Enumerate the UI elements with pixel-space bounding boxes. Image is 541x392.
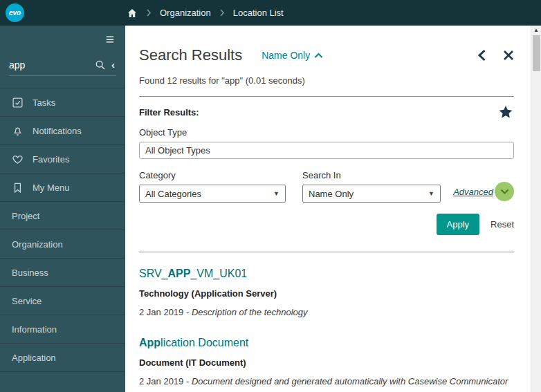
- heart-icon: [12, 153, 24, 165]
- scope-toggle-label: Name Only: [262, 50, 310, 61]
- sidebar-item-my-menu[interactable]: My Menu: [0, 174, 125, 202]
- bookmark-icon: [12, 182, 24, 194]
- search-in-select[interactable]: Name Only ▼: [302, 185, 441, 203]
- sidebar-item-label: Service: [12, 296, 42, 306]
- divider: [139, 96, 514, 97]
- result-title-match: App: [139, 337, 161, 348]
- object-type-label: Object Type: [139, 127, 514, 138]
- back-icon[interactable]: [477, 49, 486, 62]
- category-label: Category: [139, 170, 286, 180]
- sidebar-item-business[interactable]: Business: [0, 259, 125, 287]
- sidebar-collapse-icon[interactable]: ‹: [110, 59, 116, 71]
- bell-icon: [12, 125, 24, 137]
- favorite-star-icon[interactable]: [497, 104, 514, 120]
- sidebar-item-tasks[interactable]: Tasks: [0, 88, 125, 117]
- chevron-down-icon: ▼: [428, 190, 434, 197]
- apply-row: Apply Reset: [139, 214, 514, 235]
- sidebar-item-label: Tasks: [33, 97, 55, 108]
- window-icons: [477, 49, 514, 62]
- tasks-icon: [12, 97, 24, 109]
- object-type-input[interactable]: [139, 142, 514, 159]
- sidebar-item-favorites[interactable]: Favorites: [0, 145, 125, 174]
- result-title-text: _VM_UK01: [190, 268, 247, 279]
- advanced-link[interactable]: Advanced: [453, 187, 493, 197]
- search-in-field: Search In Name Only ▼: [302, 170, 441, 203]
- sidebar-item-label: Favorites: [33, 154, 69, 165]
- search-icon[interactable]: [95, 59, 106, 71]
- breadcrumb-location-list[interactable]: Location List: [233, 8, 284, 18]
- scroll-up-arrow-icon[interactable]: ▲: [531, 26, 541, 35]
- sidebar-search: ‹: [9, 59, 116, 76]
- result-description: Document designed and generated automati…: [192, 376, 508, 386]
- advanced-expand-button[interactable]: [495, 182, 514, 201]
- category-select[interactable]: All Categories ▼: [139, 185, 286, 203]
- result-title-text: SRV_: [139, 268, 168, 279]
- home-icon[interactable]: [127, 8, 138, 19]
- result-description: Description of the technology: [192, 307, 308, 317]
- vertical-scrollbar[interactable]: ▲: [531, 26, 541, 392]
- sidebar-item-label: My Menu: [33, 183, 69, 193]
- search-in-select-value: Name Only: [309, 189, 354, 199]
- close-icon[interactable]: [503, 50, 514, 61]
- advanced-group: Advanced: [453, 182, 514, 201]
- sidebar-item-information[interactable]: Information: [0, 315, 125, 344]
- result-type: Technology (Application Server): [139, 288, 514, 299]
- chevron-up-icon: [314, 53, 323, 59]
- apply-button[interactable]: Apply: [437, 214, 480, 235]
- sidebar-item-label: Project: [12, 211, 39, 221]
- sidebar-item-application[interactable]: Application: [0, 344, 125, 372]
- breadcrumb-organization[interactable]: Organization: [160, 8, 211, 18]
- breadcrumb-separator-icon: [146, 9, 152, 17]
- scrollbar-thumb[interactable]: [533, 35, 540, 71]
- divider: [139, 252, 514, 252]
- sidebar-item-service[interactable]: Service: [0, 287, 125, 315]
- hamburger-menu-icon[interactable]: ≡: [0, 26, 125, 48]
- evo-logo[interactable]: evo: [6, 3, 24, 22]
- search-result-item: Application Document Document (IT Docume…: [139, 337, 514, 386]
- sidebar-item-label: Business: [12, 268, 48, 278]
- reset-button[interactable]: Reset: [490, 219, 514, 230]
- main-content: Search Results Name Only Found 12 result…: [125, 26, 531, 392]
- search-in-label: Search In: [302, 170, 441, 180]
- search-input[interactable]: [9, 59, 91, 71]
- filter-results-heading: Filter Results:: [139, 107, 199, 118]
- filter-row: Category All Categories ▼ Search In Name…: [139, 170, 514, 203]
- chevron-down-icon: [500, 189, 509, 195]
- result-title-text: lication Document: [161, 337, 248, 348]
- page-title: Search Results: [139, 46, 242, 64]
- scope-toggle[interactable]: Name Only: [262, 50, 323, 61]
- results-summary: Found 12 results for "app" (0.01 seconds…: [139, 75, 514, 86]
- result-title-link[interactable]: SRV_APP_VM_UK01: [139, 268, 514, 280]
- sidebar-menu: Tasks Notifications Favorites My Menu Pr…: [0, 88, 125, 372]
- result-date: 2 Jan 2019 -: [139, 307, 192, 317]
- result-meta: 2 Jan 2019 - Description of the technolo…: [139, 307, 514, 317]
- sidebar: ≡ ‹ Tasks Notifications Favorites: [0, 26, 125, 392]
- sidebar-item-organization[interactable]: Organization: [0, 230, 125, 259]
- result-date: 2 Jan 2019 -: [139, 376, 192, 386]
- sidebar-item-label: Information: [12, 324, 57, 335]
- sidebar-item-label: Organization: [12, 239, 63, 250]
- breadcrumb-separator-icon: [219, 9, 225, 17]
- sidebar-item-notifications[interactable]: Notifications: [0, 117, 125, 145]
- category-field: Category All Categories ▼: [139, 170, 286, 203]
- result-type: Document (IT Document): [139, 357, 514, 368]
- filter-header: Filter Results:: [139, 104, 514, 120]
- sidebar-item-project[interactable]: Project: [0, 202, 125, 230]
- topbar: evo Organization Location List: [0, 0, 541, 26]
- sidebar-item-label: Notifications: [33, 126, 82, 136]
- chevron-down-icon: ▼: [273, 190, 279, 197]
- result-meta: 2 Jan 2019 - Document designed and gener…: [139, 376, 514, 386]
- category-select-value: All Categories: [145, 189, 201, 199]
- sidebar-item-label: Application: [12, 353, 56, 363]
- result-title-link[interactable]: Application Document: [139, 337, 514, 349]
- result-title-match: APP: [168, 268, 191, 279]
- search-result-item: SRV_APP_VM_UK01 Technology (Application …: [139, 268, 514, 317]
- title-row: Search Results Name Only: [139, 46, 514, 64]
- breadcrumb: Organization Location List: [127, 8, 284, 19]
